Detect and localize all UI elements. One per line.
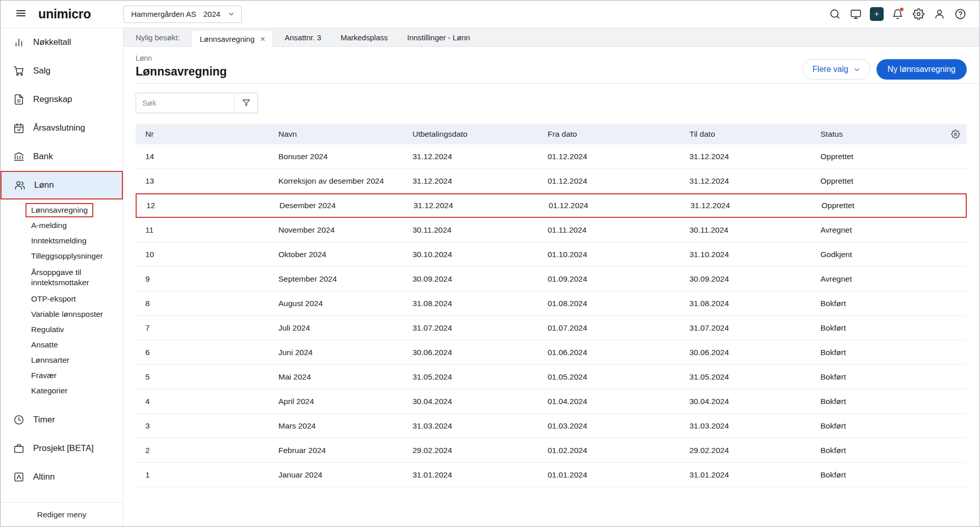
table-row[interactable]: 5Mai 202431.05.202401.05.202431.05.2024B… — [136, 365, 967, 389]
cell-til: 31.12.2024 — [680, 152, 811, 161]
tab-lonnsavregning[interactable]: Lønnsavregning× — [191, 30, 273, 47]
table-row[interactable]: 4April 202430.04.202401.04.202430.04.202… — [136, 389, 967, 414]
submenu-item-ansatte[interactable]: Ansatte — [1, 337, 123, 353]
plus-icon — [870, 7, 884, 21]
tab-ansattnr-3[interactable]: Ansattnr. 3 — [275, 33, 331, 42]
sidebar-item-label: Bank — [33, 152, 53, 162]
cell-utbetalingsdato: 30.10.2024 — [403, 250, 538, 259]
gear-icon — [913, 8, 924, 20]
sidebar-item-label: Altinn — [33, 472, 55, 482]
submenu-item-lonnsarter[interactable]: Lønnsarter — [1, 353, 123, 368]
table-row[interactable]: 3Mars 202431.03.202401.03.202431.03.2024… — [136, 414, 967, 438]
submenu-item-regulativ[interactable]: Regulativ — [1, 322, 123, 337]
submenu-item-label: Lønnsavregning — [25, 203, 93, 217]
tab-markedsplass[interactable]: Markedsplass — [331, 33, 398, 42]
column-header-nr[interactable]: Nr — [136, 130, 269, 139]
column-header-utbetalingsdato[interactable]: Utbetalingsdato — [403, 130, 538, 139]
sidebar-item-bank[interactable]: Bank — [1, 142, 123, 171]
submenu-item-a-melding[interactable]: A-melding — [1, 218, 123, 233]
cell-til: 30.06.2024 — [680, 348, 811, 357]
submenu-item-inntektsmelding[interactable]: Inntektsmelding — [1, 233, 123, 248]
sidebar-item-regnskap[interactable]: Regnskap — [1, 85, 123, 114]
user-icon — [934, 8, 945, 20]
cell-utbetalingsdato: 31.03.2024 — [403, 421, 538, 431]
menu-button[interactable] — [11, 4, 31, 24]
table-row[interactable]: 11November 202430.11.202401.11.202430.11… — [136, 218, 967, 242]
sidebar-item-salg[interactable]: Salg — [1, 57, 123, 85]
table-row[interactable]: 7Juli 202431.07.202401.07.202431.07.2024… — [136, 316, 967, 340]
table-row[interactable]: 8August 202431.08.202401.08.202431.08.20… — [136, 291, 967, 316]
cell-til: 30.11.2024 — [680, 225, 811, 235]
table-row[interactable]: 9September 202430.09.202401.09.202430.09… — [136, 267, 967, 291]
sidebar-item-lonn[interactable]: Lønn — [1, 171, 123, 199]
submenu-item-label: Lønnsarter — [31, 356, 69, 365]
cell-navn: November 2024 — [269, 225, 403, 235]
sidebar-item-label: Årsavslutning — [33, 123, 85, 133]
table-row[interactable]: 6Juni 202430.06.202401.06.202430.06.2024… — [136, 340, 967, 365]
marketplace-button[interactable] — [845, 4, 866, 24]
company-selector[interactable]: Hammergården AS 2024 — [123, 6, 242, 23]
cell-nr: 9 — [136, 274, 269, 284]
sidebar-item-timer[interactable]: Timer — [1, 406, 123, 434]
cell-navn: Korreksjon av desember 2024 — [269, 177, 403, 186]
cell-utbetalingsdato: 31.07.2024 — [403, 323, 538, 333]
column-header-status[interactable]: Status — [811, 130, 944, 139]
tab-label: Lønnsavregning — [200, 35, 255, 43]
cell-fra: 01.10.2024 — [538, 250, 680, 259]
company-year: 2024 — [203, 10, 220, 18]
close-icon[interactable]: × — [260, 35, 265, 43]
search-icon — [829, 8, 841, 20]
sidebar-item-label: Prosjekt [BETA] — [33, 443, 94, 454]
submenu-item-fravaer[interactable]: Fravær — [1, 368, 123, 383]
settings-button[interactable] — [908, 4, 929, 24]
edit-menu-button[interactable]: Rediger meny — [1, 502, 123, 526]
tab-label: Innstillinger - Lønn — [407, 33, 470, 42]
submenu-item-arsoppgave-til-inntektsmottaker[interactable]: Årsoppgave til inntektsmottaker — [1, 264, 123, 291]
submenu-item-tilleggsopplysninger[interactable]: Tilleggsopplysninger — [1, 248, 123, 264]
search-input[interactable] — [136, 93, 234, 113]
help-button[interactable] — [950, 4, 970, 24]
cell-fra: 01.02.2024 — [538, 446, 680, 455]
cell-navn: August 2024 — [269, 299, 403, 308]
more-options-button[interactable]: Flere valg — [803, 59, 870, 80]
sidebar-item-altinn[interactable]: Altinn — [1, 463, 123, 491]
new-payroll-button[interactable]: Ny lønnsavregning — [876, 59, 967, 80]
search-button[interactable] — [824, 4, 845, 24]
column-header-navn[interactable]: Navn — [269, 130, 403, 139]
cell-til: 31.10.2024 — [680, 250, 811, 259]
table-row[interactable]: 12Desember 202431.12.202401.12.202431.12… — [136, 193, 967, 218]
column-header-fra-dato[interactable]: Fra dato — [538, 130, 680, 139]
submenu-item-label: Ansatte — [31, 340, 58, 349]
table-row[interactable]: 2Februar 202429.02.202401.02.202429.02.2… — [136, 438, 967, 463]
cell-fra: 01.12.2024 — [539, 201, 681, 210]
filter-button[interactable] — [234, 93, 257, 113]
breadcrumb[interactable]: Lønn — [136, 54, 227, 62]
notifications-button[interactable] — [887, 4, 908, 24]
cell-nr: 6 — [136, 348, 269, 357]
cell-status: Opprettet — [811, 152, 944, 161]
sidebar-item-arsavslutning[interactable]: Årsavslutning — [1, 114, 123, 142]
clock-icon — [13, 414, 25, 426]
cell-nr: 1 — [136, 470, 269, 480]
tab-innstillinger-lonn[interactable]: Innstillinger - Lønn — [397, 33, 479, 42]
table-row[interactable]: 1Januar 202431.01.202401.01.202431.01.20… — [136, 463, 967, 487]
submenu-item-lonnsavregning[interactable]: Lønnsavregning — [1, 203, 123, 218]
submenu-item-variable-lonnsposter[interactable]: Variable lønnsposter — [1, 307, 123, 322]
table-row[interactable]: 14Bonuser 202431.12.202401.12.202431.12.… — [136, 144, 967, 169]
table-settings-button[interactable] — [944, 130, 967, 139]
cell-navn: September 2024 — [269, 274, 403, 284]
sidebar-item-prosjekt-beta[interactable]: Prosjekt [BETA] — [1, 434, 123, 463]
cell-navn: Juli 2024 — [269, 323, 403, 333]
cell-utbetalingsdato: 31.12.2024 — [403, 152, 538, 161]
table-row[interactable]: 10Oktober 202430.10.202401.10.202431.10.… — [136, 242, 967, 267]
submenu-item-otp-eksport[interactable]: OTP-eksport — [1, 291, 123, 307]
column-header-til-dato[interactable]: Til dato — [680, 130, 811, 139]
profile-button[interactable] — [929, 4, 949, 24]
table-row[interactable]: 13Korreksjon av desember 202431.12.20240… — [136, 169, 967, 193]
sidebar-item-nokkeltall[interactable]: Nøkkeltall — [1, 28, 123, 57]
cell-status: Bokført — [811, 397, 944, 406]
add-button[interactable] — [866, 4, 887, 24]
submenu-item-kategorier[interactable]: Kategorier — [1, 383, 123, 398]
cell-utbetalingsdato: 31.05.2024 — [403, 372, 538, 382]
table-body: 14Bonuser 202431.12.202401.12.202431.12.… — [136, 144, 967, 487]
